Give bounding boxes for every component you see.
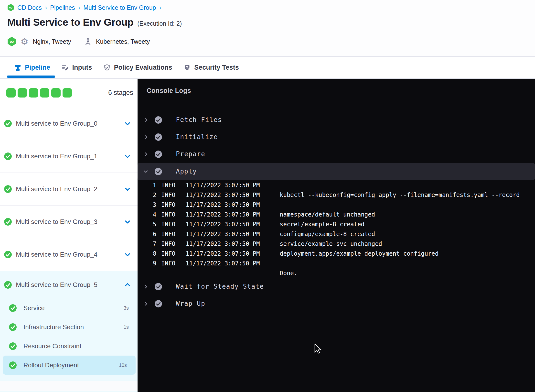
stage-name: Multi service to Env Group_4 [16, 251, 97, 258]
console-step-wait-for-steady-state[interactable]: Wait for Steady State [138, 278, 535, 295]
services-label: Nginx, Tweety [33, 38, 71, 45]
stage-name: Multi service to Env Group_1 [16, 152, 97, 160]
step-duration: 3s [124, 305, 129, 311]
log-line: 7 INFO 11/17/2022 3:07:50 PM service/exa… [138, 239, 535, 249]
mouse-cursor [314, 344, 322, 355]
log-message: deployment.apps/example-deployment confi… [280, 250, 439, 257]
log-level: INFO [161, 231, 175, 238]
breadcrumb-separator-icon: › [78, 4, 80, 11]
stage-row[interactable]: Multi service to Env Group_2 [0, 173, 138, 206]
chevron-down-icon[interactable] [124, 218, 131, 226]
success-check-icon [155, 300, 162, 307]
log-level: INFO [161, 260, 175, 267]
stage-row[interactable]: Multi service to Env Group_4 [0, 238, 138, 271]
log-line: 1 INFO 11/17/2022 3:07:50 PM [138, 180, 535, 190]
log-timestamp: 11/17/2022 3:07:50 PM [186, 192, 260, 198]
tab-pipeline[interactable]: Pipeline [14, 64, 50, 71]
step-row-service[interactable]: Service 3s [0, 298, 138, 317]
stage-name: Multi service to Env Group_5 [16, 281, 97, 289]
console-step-fetch-files[interactable]: Fetch Files [138, 111, 535, 129]
tab-label: Inputs [72, 64, 92, 71]
stage-square [51, 88, 61, 98]
log-level: INFO [161, 250, 175, 257]
console-step-prepare[interactable]: Prepare [138, 146, 535, 163]
breadcrumb: ∞ CD Docs › Pipelines › Multi Service to… [7, 4, 161, 11]
log-line-number: 6 [147, 231, 156, 238]
page-title: Multi Service to Env Group [7, 17, 133, 28]
stage-square [29, 88, 38, 98]
console-step-apply[interactable]: Apply [138, 163, 535, 180]
infrastructure-icon [84, 38, 92, 45]
stage-row-expanded[interactable]: Multi service to Env Group_5 [0, 271, 138, 298]
log-line-number: 4 [147, 211, 156, 218]
log-timestamp: 11/17/2022 3:07:50 PM [186, 182, 260, 189]
console-step-name: Initialize [176, 133, 218, 141]
log-message: secret/example-8 created [280, 221, 364, 228]
chevron-up-icon[interactable] [124, 281, 131, 288]
chevron-down-icon[interactable] [143, 169, 149, 174]
page-header: ∞ CD Docs › Pipelines › Multi Service to… [0, 0, 535, 57]
console-step-initialize[interactable]: Initialize [138, 129, 535, 146]
harness-cd-logo-icon: ∞ [7, 37, 16, 46]
log-line-number: 8 [147, 250, 156, 257]
stage-row[interactable]: Multi service to Env Group_1 [0, 140, 138, 173]
console-body: Fetch Files Initialize Prepare Apply 1 [138, 103, 535, 392]
chevron-down-icon[interactable] [124, 251, 131, 258]
success-check-icon [9, 361, 17, 369]
success-check-icon [9, 304, 17, 312]
step-name: Resource Constraint [23, 342, 81, 350]
success-check-icon [9, 323, 17, 331]
stage-square [63, 88, 72, 98]
chevron-right-icon[interactable] [143, 284, 149, 290]
log-line-number: 9 [147, 260, 156, 267]
tab-label: Security Tests [194, 64, 239, 71]
stage-row[interactable]: Multi service to Env Group_3 [0, 206, 138, 238]
log-line-number: 1 [147, 182, 156, 189]
tab-policy-evaluations[interactable]: Policy Evaluations [103, 64, 172, 71]
pipeline-execution-page: ∞ CD Docs › Pipelines › Multi Service to… [0, 0, 535, 392]
success-check-icon [4, 152, 12, 160]
inputs-icon [62, 64, 69, 71]
chevron-down-icon[interactable] [124, 153, 131, 160]
stage-row[interactable]: Multi service to Env Group_0 [0, 107, 138, 140]
success-check-icon [4, 120, 12, 127]
log-message: kubectl --kubeconfig=config apply --file… [280, 192, 520, 198]
active-tab-indicator [7, 76, 55, 78]
breadcrumb-pipelines[interactable]: Pipelines [50, 4, 75, 11]
tab-inputs[interactable]: Inputs [62, 64, 92, 71]
success-check-icon [4, 281, 12, 289]
log-timestamp: 11/17/2022 3:07:50 PM [186, 211, 260, 218]
services-gear-icon: ⚙ [21, 37, 28, 46]
chevron-right-icon[interactable] [143, 151, 149, 157]
console-header: Console Logs [138, 79, 535, 103]
tab-security-tests[interactable]: Security Tests [183, 64, 239, 71]
step-name: Infrastructure Section [23, 323, 84, 331]
console-log-lines: 1 INFO 11/17/2022 3:07:50 PM 2 INFO 11/1… [138, 180, 535, 278]
shield-check-icon [103, 64, 111, 71]
step-row-resource-constraint[interactable]: Resource Constraint [0, 337, 138, 356]
chevron-down-icon[interactable] [124, 120, 131, 127]
log-line: 2 INFO 11/17/2022 3:07:50 PM kubectl --k… [138, 190, 535, 200]
chevron-right-icon[interactable] [143, 301, 149, 307]
chevron-down-icon[interactable] [124, 185, 131, 193]
log-level: INFO [161, 240, 175, 247]
breadcrumb-separator-icon: › [45, 4, 47, 11]
log-level: INFO [161, 192, 175, 198]
log-message: namespace/default unchanged [280, 211, 375, 218]
stage-progress-squares [6, 88, 72, 98]
breadcrumb-cd-docs[interactable]: CD Docs [17, 4, 42, 11]
chevron-right-icon[interactable] [143, 134, 149, 140]
expanded-stage: Multi service to Env Group_5 Service 3s … [0, 271, 138, 392]
breadcrumb-pipeline-name[interactable]: Multi Service to Env Group [83, 4, 156, 11]
step-row-rollout-deployment[interactable]: Rollout Deployment 10s [3, 356, 136, 375]
chevron-right-icon[interactable] [143, 117, 149, 123]
stage-square [6, 88, 16, 98]
step-row-infrastructure[interactable]: Infrastructure Section 1s [0, 317, 138, 337]
log-timestamp: 11/17/2022 3:07:50 PM [186, 240, 260, 247]
stage-name: Multi service to Env Group_0 [16, 120, 97, 127]
console-step-name: Wrap Up [176, 300, 205, 307]
execution-id: (Execution Id: 2) [137, 20, 182, 27]
console-title: Console Logs [147, 87, 191, 95]
console-step-name: Prepare [176, 150, 205, 158]
console-step-wrap-up[interactable]: Wrap Up [138, 295, 535, 312]
